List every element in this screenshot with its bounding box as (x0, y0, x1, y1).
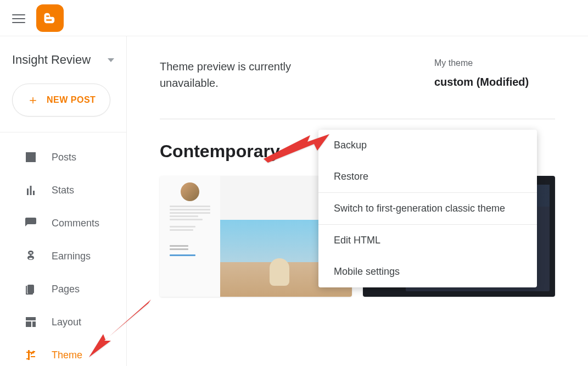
header (0, 0, 588, 36)
menu-item-restore[interactable]: Restore (318, 161, 537, 192)
nav-label: Posts (52, 152, 76, 163)
card-sidebar-preview (160, 176, 220, 297)
preview-box: Theme preview is currently unavailable. (160, 58, 396, 91)
sidebar-item-earnings[interactable]: Earnings (0, 240, 126, 273)
earnings-icon (24, 249, 37, 263)
chevron-down-icon (108, 58, 114, 62)
avatar-icon (181, 182, 199, 201)
menu-item-switch-classic[interactable]: Switch to first-generation classic theme (318, 193, 537, 224)
theme-header-row: Theme preview is currently unavailable. … (160, 58, 555, 91)
menu-item-edit-html[interactable]: Edit HTML (318, 225, 537, 256)
divider (0, 132, 126, 132)
sidebar-item-stats[interactable]: Stats (0, 174, 126, 207)
theme-info: My theme custom (Modified) (434, 58, 555, 91)
theme-icon (24, 348, 37, 362)
layout-icon (24, 315, 37, 329)
nav-label: Comments (52, 218, 99, 229)
stats-icon (24, 184, 37, 197)
menu-item-backup[interactable]: Backup (318, 130, 537, 161)
annotation-arrow-icon (82, 297, 159, 365)
my-theme-label: My theme (434, 58, 555, 68)
sidebar-item-comments[interactable]: Comments (0, 207, 126, 240)
nav-label: Theme (52, 350, 82, 361)
blog-selector[interactable]: Insight Review (0, 47, 126, 84)
nav-label: Stats (52, 185, 74, 196)
plus-icon: ＋ (27, 92, 39, 108)
new-post-button[interactable]: ＋ NEW POST (12, 84, 110, 117)
new-post-label: NEW POST (47, 95, 96, 105)
menu-item-mobile-settings[interactable]: Mobile settings (318, 256, 537, 287)
svg-marker-1 (89, 300, 151, 357)
nav-label: Layout (52, 317, 81, 328)
sidebar-item-posts[interactable]: Posts (0, 141, 126, 174)
blogger-logo[interactable] (36, 4, 64, 32)
hamburger-icon[interactable] (12, 12, 25, 25)
comments-icon (24, 217, 37, 230)
pages-icon (24, 282, 37, 296)
svg-marker-0 (264, 134, 329, 163)
nav-label: Pages (52, 284, 80, 295)
my-theme-name: custom (Modified) (434, 76, 555, 88)
posts-icon (24, 151, 37, 164)
preview-message: Theme preview is currently unavailable. (160, 58, 303, 91)
blog-name: Insight Review (12, 53, 91, 67)
annotation-arrow-icon (253, 129, 335, 169)
theme-options-menu: Backup Restore Switch to first-generatio… (318, 130, 537, 287)
separator (160, 119, 555, 119)
nav-label: Earnings (52, 251, 91, 262)
